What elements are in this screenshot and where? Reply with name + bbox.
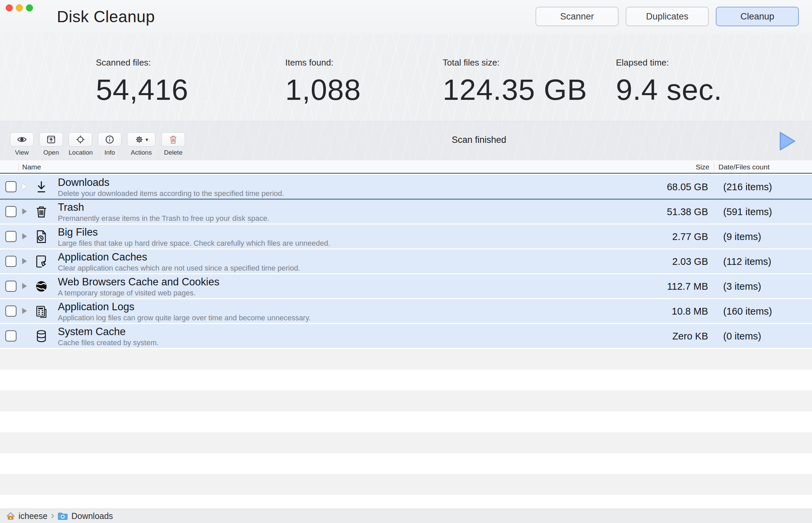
download-icon bbox=[34, 179, 49, 195]
folder-download-icon bbox=[57, 511, 68, 521]
row-items-count: (3 items) bbox=[723, 281, 761, 292]
row-checkbox[interactable] bbox=[5, 281, 16, 292]
open-button[interactable]: Open bbox=[39, 132, 63, 156]
app-window: Disk Cleanup Scanner Duplicates Cleanup … bbox=[0, 0, 812, 523]
traffic-lights bbox=[6, 4, 33, 12]
dropdown-caret-icon: ▾ bbox=[145, 137, 148, 143]
row-items-count: (160 items) bbox=[723, 306, 772, 317]
row-checkbox[interactable] bbox=[5, 330, 16, 342]
row-checkbox[interactable] bbox=[5, 181, 16, 192]
stats-banner: Scanned files: 54,416 Items found: 1,088… bbox=[0, 35, 812, 121]
row-title: System Cache bbox=[58, 326, 126, 338]
table-row[interactable]: Application LogsApplication log files ca… bbox=[0, 299, 812, 324]
row-title: Big Files bbox=[58, 226, 98, 238]
disclosure-triangle-icon[interactable] bbox=[22, 233, 27, 239]
row-title: Trash bbox=[58, 201, 84, 213]
column-header-name[interactable]: Name bbox=[22, 163, 41, 171]
stat-scanned-files: Scanned files: 54,416 bbox=[96, 57, 188, 107]
empty-rows-area bbox=[0, 349, 812, 508]
table-row[interactable]: Web Browsers Cache and CookiesA temporar… bbox=[0, 274, 812, 299]
column-header-count[interactable]: Date/Files count bbox=[719, 163, 770, 171]
row-description: Premanently erase items in the Trash to … bbox=[58, 214, 270, 223]
app-cache-icon bbox=[34, 254, 49, 269]
cleanup-category-list: DownloadsDelete your downloaded items ac… bbox=[0, 175, 812, 349]
actions-button[interactable]: ▾Actions bbox=[127, 132, 155, 156]
breadcrumb-label: Downloads bbox=[71, 511, 113, 521]
toolbar-button-label: Open bbox=[39, 149, 63, 156]
trash-icon bbox=[34, 204, 49, 219]
row-description: Large files that take up hard drive spac… bbox=[58, 239, 330, 248]
row-size-value: 68.05 GB bbox=[667, 181, 708, 193]
crosshair-icon bbox=[75, 134, 85, 145]
row-description: A temporary storage of visited web pages… bbox=[58, 289, 196, 297]
disclosure-triangle-icon[interactable] bbox=[22, 183, 27, 190]
tab-duplicates[interactable]: Duplicates bbox=[626, 7, 709, 26]
row-title: Downloads bbox=[58, 177, 109, 188]
breadcrumb-home[interactable]: icheese bbox=[6, 511, 48, 521]
chevron-right-icon: › bbox=[51, 509, 54, 521]
logs-icon bbox=[34, 304, 49, 319]
tab-cleanup[interactable]: Cleanup bbox=[716, 7, 799, 26]
toolbar-button-label: Info bbox=[98, 149, 121, 156]
row-size-value: 112.7 MB bbox=[667, 281, 708, 292]
toolbar: ViewOpenLocationInfo▾ActionsDelete Scan … bbox=[0, 121, 812, 160]
table-row[interactable]: System CacheCache files created by syste… bbox=[0, 324, 812, 349]
location-button[interactable]: Location bbox=[69, 132, 92, 156]
play-icon bbox=[774, 129, 799, 154]
breadcrumb-downloads[interactable]: Downloads bbox=[57, 511, 113, 521]
disclosure-triangle-icon[interactable] bbox=[22, 283, 27, 289]
minimize-button[interactable] bbox=[16, 4, 23, 12]
table-row[interactable]: Application CachesClear application cach… bbox=[0, 249, 812, 274]
info-button[interactable]: Info bbox=[98, 132, 121, 156]
row-description: Delete your downloaded items according t… bbox=[58, 189, 284, 198]
disclosure-triangle-icon[interactable] bbox=[22, 258, 27, 264]
gear-icon bbox=[134, 134, 144, 145]
row-checkbox[interactable] bbox=[5, 306, 16, 317]
row-checkbox[interactable] bbox=[5, 231, 16, 242]
row-description: Clear application caches which are not u… bbox=[58, 264, 300, 273]
column-header-size[interactable]: Size bbox=[696, 163, 709, 171]
breadcrumb-label: icheese bbox=[18, 511, 48, 521]
row-checkbox[interactable] bbox=[5, 206, 16, 217]
toolbar-button-label: Actions bbox=[127, 149, 155, 156]
stat-items-found: Items found: 1,088 bbox=[285, 57, 361, 107]
page-title: Disk Cleanup bbox=[57, 7, 155, 26]
row-size-value: 10.8 MB bbox=[672, 306, 708, 317]
row-description: Cache files created by system. bbox=[58, 339, 159, 347]
info-icon bbox=[105, 134, 115, 145]
toolbar-button-label: View bbox=[10, 149, 34, 156]
globe-icon bbox=[34, 278, 49, 294]
close-button[interactable] bbox=[6, 4, 13, 12]
scan-status-text: Scan finished bbox=[452, 135, 506, 145]
row-items-count: (0 items) bbox=[723, 331, 761, 342]
home-icon bbox=[6, 511, 15, 521]
play-button[interactable] bbox=[774, 129, 799, 154]
row-checkbox[interactable] bbox=[5, 256, 16, 267]
view-button[interactable]: View bbox=[10, 132, 34, 156]
disclosure-triangle-icon[interactable] bbox=[22, 209, 27, 214]
delete-button[interactable]: Delete bbox=[161, 132, 185, 156]
database-icon bbox=[34, 328, 49, 344]
row-items-count: (112 items) bbox=[723, 256, 771, 267]
row-size-value: 2.03 GB bbox=[672, 256, 708, 267]
open-window-icon bbox=[46, 134, 56, 145]
table-row[interactable]: DownloadsDelete your downloaded items ac… bbox=[0, 175, 812, 200]
row-title: Application Caches bbox=[58, 251, 147, 263]
toolbar-button-label: Location bbox=[69, 149, 92, 156]
big-file-clock-icon bbox=[34, 229, 49, 245]
table-row[interactable]: TrashPremanently erase items in the Tras… bbox=[0, 200, 812, 224]
titlebar: Disk Cleanup Scanner Duplicates Cleanup bbox=[0, 0, 812, 34]
trash-red-icon bbox=[168, 134, 178, 145]
row-size-value: 2.77 GB bbox=[672, 231, 708, 242]
tab-scanner[interactable]: Scanner bbox=[536, 7, 619, 26]
row-items-count: (9 items) bbox=[723, 231, 761, 242]
table-row[interactable]: Big FilesLarge files that take up hard d… bbox=[0, 224, 812, 249]
zoom-button[interactable] bbox=[26, 4, 33, 12]
row-title: Web Browsers Cache and Cookies bbox=[58, 276, 219, 288]
stat-elapsed-time: Elapsed time: 9.4 sec. bbox=[616, 57, 722, 107]
stat-total-size: Total files size: 124.35 GB bbox=[443, 57, 587, 107]
row-title: Application Logs bbox=[58, 301, 135, 313]
row-description: Application log files can grow quite lar… bbox=[58, 313, 311, 322]
eye-icon bbox=[17, 134, 27, 145]
disclosure-triangle-icon[interactable] bbox=[22, 308, 27, 314]
